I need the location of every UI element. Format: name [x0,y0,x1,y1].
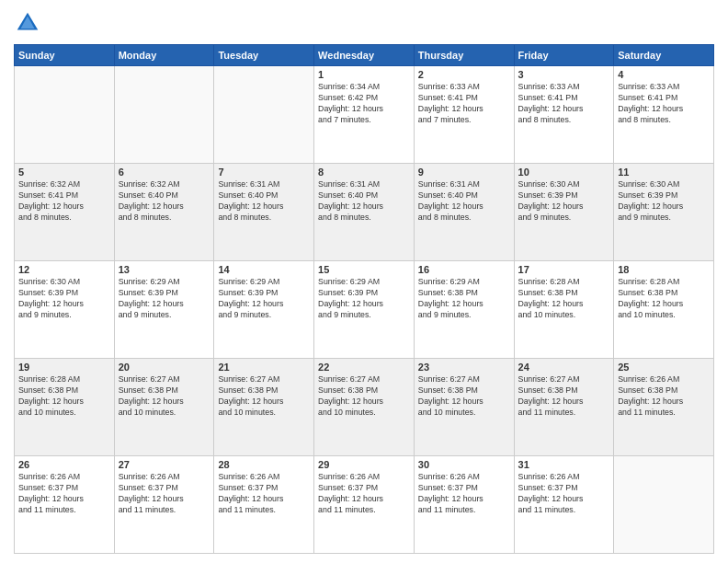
day-number: 25 [618,362,710,373]
calendar-cell: 25Sunrise: 6:26 AM Sunset: 6:38 PM Dayli… [614,359,714,456]
day-number: 8 [318,167,410,178]
day-number: 15 [318,264,410,275]
calendar-cell: 30Sunrise: 6:26 AM Sunset: 6:37 PM Dayli… [414,456,514,554]
day-number: 11 [618,167,710,178]
day-number: 27 [119,459,210,470]
day-number: 23 [418,362,510,373]
calendar-cell: 24Sunrise: 6:27 AM Sunset: 6:38 PM Dayli… [514,359,614,456]
day-of-week-header: Tuesday [214,45,314,66]
day-number: 21 [218,362,310,373]
day-info: Sunrise: 6:33 AM Sunset: 6:41 PM Dayligh… [418,82,510,126]
calendar-cell: 14Sunrise: 6:29 AM Sunset: 6:39 PM Dayli… [214,261,314,359]
day-number: 22 [318,362,410,373]
day-info: Sunrise: 6:26 AM Sunset: 6:37 PM Dayligh… [418,472,510,516]
day-number: 24 [518,362,610,373]
day-number: 12 [18,264,110,275]
calendar-cell: 26Sunrise: 6:26 AM Sunset: 6:37 PM Dayli… [15,456,115,554]
calendar-cell: 13Sunrise: 6:29 AM Sunset: 6:39 PM Dayli… [114,261,214,359]
calendar-cell: 1Sunrise: 6:34 AM Sunset: 6:42 PM Daylig… [314,66,415,164]
calendar-cell: 28Sunrise: 6:26 AM Sunset: 6:37 PM Dayli… [214,456,314,554]
calendar-cell: 9Sunrise: 6:31 AM Sunset: 6:40 PM Daylig… [414,164,514,261]
day-number: 18 [618,264,710,275]
day-number: 26 [18,459,110,470]
day-number: 1 [318,69,410,80]
calendar: SundayMondayTuesdayWednesdayThursdayFrid… [14,44,714,554]
calendar-week-row: 26Sunrise: 6:26 AM Sunset: 6:37 PM Dayli… [15,456,714,554]
calendar-cell: 12Sunrise: 6:30 AM Sunset: 6:39 PM Dayli… [15,261,115,359]
calendar-header-row: SundayMondayTuesdayWednesdayThursdayFrid… [15,45,714,66]
day-number: 5 [18,167,110,178]
calendar-cell: 7Sunrise: 6:31 AM Sunset: 6:40 PM Daylig… [214,164,314,261]
day-number: 31 [518,459,610,470]
calendar-cell: 2Sunrise: 6:33 AM Sunset: 6:41 PM Daylig… [414,66,514,164]
day-info: Sunrise: 6:30 AM Sunset: 6:39 PM Dayligh… [518,179,610,224]
day-info: Sunrise: 6:26 AM Sunset: 6:37 PM Dayligh… [119,472,210,516]
calendar-cell: 17Sunrise: 6:28 AM Sunset: 6:38 PM Dayli… [514,261,614,359]
day-number: 6 [119,167,210,178]
day-number: 30 [418,459,510,470]
calendar-cell: 20Sunrise: 6:27 AM Sunset: 6:38 PM Dayli… [114,359,214,456]
calendar-cell: 22Sunrise: 6:27 AM Sunset: 6:38 PM Dayli… [314,359,415,456]
day-info: Sunrise: 6:32 AM Sunset: 6:41 PM Dayligh… [18,179,110,224]
day-number: 14 [218,264,310,275]
day-info: Sunrise: 6:31 AM Sunset: 6:40 PM Dayligh… [318,179,410,224]
calendar-cell: 23Sunrise: 6:27 AM Sunset: 6:38 PM Dayli… [414,359,514,456]
day-info: Sunrise: 6:31 AM Sunset: 6:40 PM Dayligh… [418,179,510,224]
calendar-cell: 31Sunrise: 6:26 AM Sunset: 6:37 PM Dayli… [514,456,614,554]
day-info: Sunrise: 6:30 AM Sunset: 6:39 PM Dayligh… [618,179,710,224]
calendar-cell: 8Sunrise: 6:31 AM Sunset: 6:40 PM Daylig… [314,164,415,261]
calendar-cell: 4Sunrise: 6:33 AM Sunset: 6:41 PM Daylig… [614,66,714,164]
day-number: 10 [518,167,610,178]
day-number: 28 [218,459,310,470]
day-info: Sunrise: 6:26 AM Sunset: 6:37 PM Dayligh… [218,472,310,516]
calendar-week-row: 12Sunrise: 6:30 AM Sunset: 6:39 PM Dayli… [15,261,714,359]
day-info: Sunrise: 6:28 AM Sunset: 6:38 PM Dayligh… [518,277,610,321]
day-number: 2 [418,69,510,80]
day-number: 7 [218,167,310,178]
day-info: Sunrise: 6:33 AM Sunset: 6:41 PM Dayligh… [618,82,710,126]
day-info: Sunrise: 6:26 AM Sunset: 6:37 PM Dayligh… [318,472,410,516]
calendar-cell: 15Sunrise: 6:29 AM Sunset: 6:39 PM Dayli… [314,261,415,359]
calendar-cell: 6Sunrise: 6:32 AM Sunset: 6:40 PM Daylig… [114,164,214,261]
logo [14,9,45,37]
calendar-cell: 5Sunrise: 6:32 AM Sunset: 6:41 PM Daylig… [15,164,115,261]
page: SundayMondayTuesdayWednesdayThursdayFrid… [0,0,728,563]
day-number: 4 [618,69,710,80]
day-info: Sunrise: 6:29 AM Sunset: 6:38 PM Dayligh… [418,277,510,321]
calendar-cell [214,66,314,164]
day-number: 3 [518,69,610,80]
day-info: Sunrise: 6:30 AM Sunset: 6:39 PM Dayligh… [18,277,110,321]
day-info: Sunrise: 6:26 AM Sunset: 6:37 PM Dayligh… [18,472,110,516]
day-info: Sunrise: 6:31 AM Sunset: 6:40 PM Dayligh… [218,179,310,224]
day-info: Sunrise: 6:26 AM Sunset: 6:37 PM Dayligh… [518,472,610,516]
day-number: 17 [518,264,610,275]
day-number: 9 [418,167,510,178]
calendar-cell [114,66,214,164]
day-info: Sunrise: 6:29 AM Sunset: 6:39 PM Dayligh… [119,277,210,321]
calendar-week-row: 1Sunrise: 6:34 AM Sunset: 6:42 PM Daylig… [15,66,714,164]
calendar-cell: 16Sunrise: 6:29 AM Sunset: 6:38 PM Dayli… [414,261,514,359]
day-info: Sunrise: 6:27 AM Sunset: 6:38 PM Dayligh… [418,374,510,419]
day-info: Sunrise: 6:27 AM Sunset: 6:38 PM Dayligh… [518,374,610,419]
calendar-cell: 29Sunrise: 6:26 AM Sunset: 6:37 PM Dayli… [314,456,415,554]
calendar-cell: 19Sunrise: 6:28 AM Sunset: 6:38 PM Dayli… [15,359,115,456]
day-info: Sunrise: 6:28 AM Sunset: 6:38 PM Dayligh… [618,277,710,321]
day-info: Sunrise: 6:32 AM Sunset: 6:40 PM Dayligh… [119,179,210,224]
day-of-week-header: Wednesday [314,45,415,66]
day-number: 19 [18,362,110,373]
header [14,9,714,37]
day-info: Sunrise: 6:26 AM Sunset: 6:38 PM Dayligh… [618,374,710,419]
calendar-cell [15,66,115,164]
day-info: Sunrise: 6:27 AM Sunset: 6:38 PM Dayligh… [119,374,210,419]
day-number: 29 [318,459,410,470]
day-number: 20 [119,362,210,373]
day-info: Sunrise: 6:29 AM Sunset: 6:39 PM Dayligh… [318,277,410,321]
day-info: Sunrise: 6:27 AM Sunset: 6:38 PM Dayligh… [318,374,410,419]
calendar-cell: 11Sunrise: 6:30 AM Sunset: 6:39 PM Dayli… [614,164,714,261]
day-of-week-header: Saturday [614,45,714,66]
calendar-week-row: 19Sunrise: 6:28 AM Sunset: 6:38 PM Dayli… [15,359,714,456]
day-info: Sunrise: 6:27 AM Sunset: 6:38 PM Dayligh… [218,374,310,419]
day-info: Sunrise: 6:29 AM Sunset: 6:39 PM Dayligh… [218,277,310,321]
calendar-cell: 21Sunrise: 6:27 AM Sunset: 6:38 PM Dayli… [214,359,314,456]
calendar-cell: 27Sunrise: 6:26 AM Sunset: 6:37 PM Dayli… [114,456,214,554]
